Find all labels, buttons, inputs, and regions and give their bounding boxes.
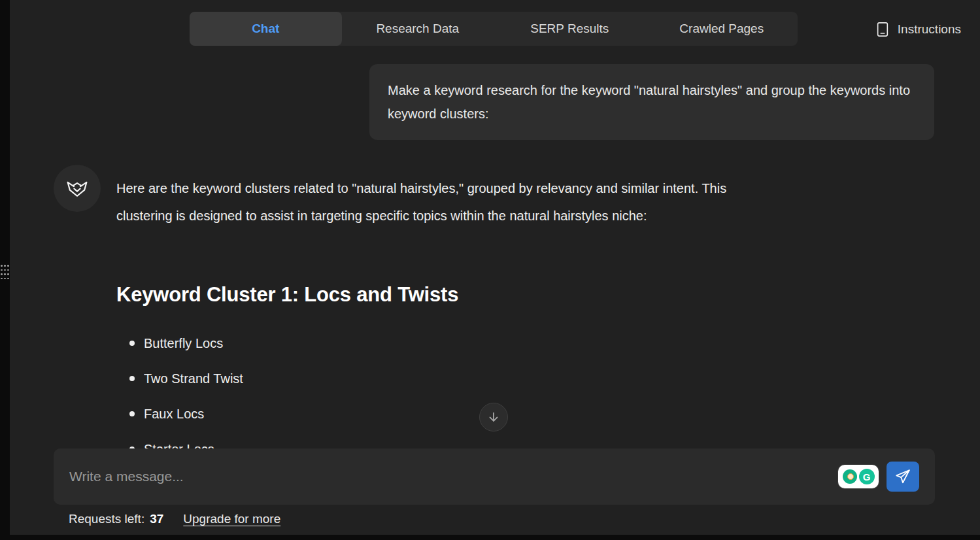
tab-crawled-pages[interactable]: Crawled Pages [646, 12, 798, 46]
user-message-text: Make a keyword research for the keyword … [388, 83, 910, 121]
paper-plane-icon [894, 468, 911, 485]
grammarly-extension-button[interactable]: G [838, 465, 879, 488]
grammarly-icon: G [859, 469, 875, 484]
send-button[interactable] [887, 462, 919, 492]
instructions-label: Instructions [898, 22, 961, 37]
tab-chat[interactable]: Chat [190, 12, 342, 46]
requests-left-value: 37 [150, 512, 163, 526]
assistant-message-intro: Here are the keyword clusters related to… [116, 175, 773, 229]
tab-bar: Chat Research Data SERP Results Crawled … [190, 12, 798, 46]
tab-research-data[interactable]: Research Data [342, 12, 494, 46]
message-input[interactable] [69, 469, 838, 484]
tab-serp-results[interactable]: SERP Results [494, 12, 646, 46]
list-item: Butterfly Locs [128, 335, 243, 352]
user-message: Make a keyword research for the keyword … [369, 64, 934, 140]
list-item: Faux Locs [128, 405, 243, 423]
tone-detector-icon [843, 469, 857, 484]
scroll-to-bottom-button[interactable] [479, 403, 508, 431]
tab-crawled-pages-label: Crawled Pages [679, 22, 764, 36]
panel-drag-handle[interactable] [1, 265, 9, 279]
tab-serp-results-label: SERP Results [530, 22, 609, 36]
app-root: { "header": { "tabs": [ { "label": "Chat… [0, 0, 980, 540]
upgrade-link[interactable]: Upgrade for more [183, 512, 280, 526]
bottom-edge-strip [0, 535, 980, 540]
arrow-down-icon [486, 410, 501, 424]
list-item: Two Strand Twist [128, 370, 243, 388]
requests-left-label: Requests left: [69, 512, 144, 526]
cluster-heading: Keyword Cluster 1: Locs and Twists [116, 283, 458, 307]
instructions-button[interactable]: Instructions [875, 20, 961, 39]
owl-logo-icon [63, 175, 91, 202]
instructions-icon [875, 21, 890, 38]
footer-status: Requests left: 37 Upgrade for more [69, 512, 280, 526]
tab-chat-label: Chat [252, 22, 279, 36]
assistant-avatar [54, 165, 101, 212]
message-composer: G [54, 448, 935, 505]
tab-research-data-label: Research Data [376, 22, 459, 36]
